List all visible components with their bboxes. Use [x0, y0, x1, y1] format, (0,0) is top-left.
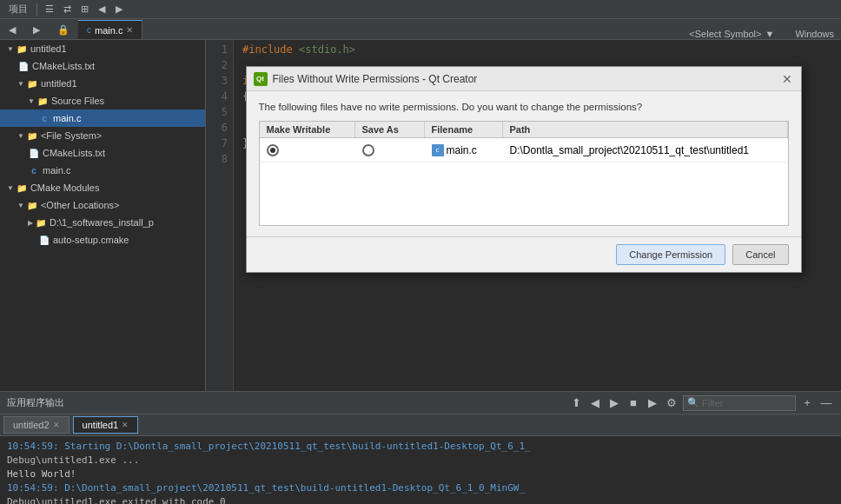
- sidebar-label-untitled1-root: untitled1: [30, 43, 67, 54]
- c-file-icon: c: [38, 112, 50, 124]
- sidebar-label-cmake-modules: CMake Modules: [30, 182, 99, 193]
- c-file-icon-2: c: [28, 164, 40, 176]
- table-row: c main.c D:\Dontla_small_project\2021051…: [260, 138, 788, 162]
- project-label: 项目: [5, 3, 31, 16]
- header-save-as: Save As: [355, 122, 425, 137]
- path-value: D:\Dontla_small_project\20210511_qt_test…: [510, 144, 750, 156]
- dialog-qt-icon: Qt: [254, 72, 268, 86]
- dialog-table-body: c main.c D:\Dontla_small_project\2021051…: [260, 138, 788, 225]
- cell-path: D:\Dontla_small_project\20210511_qt_test…: [503, 143, 788, 158]
- chevron-down-icon[interactable]: ▼: [765, 29, 774, 39]
- windows-label: Windows: [795, 29, 834, 39]
- dialog-table-header: Make Writable Save As Filename Path: [260, 122, 788, 138]
- sidebar-label-main-c: main.c: [53, 113, 81, 123]
- cell-save-as[interactable]: [355, 143, 425, 158]
- source-folder-icon: 📁: [36, 95, 49, 107]
- arrow-down-icon-3: ▼: [28, 97, 35, 105]
- link-icon[interactable]: ⇄: [60, 3, 74, 17]
- header-make-writable: Make Writable: [260, 122, 355, 137]
- dialog-file-table: Make Writable Save As Filename Path: [259, 121, 789, 226]
- toolbar-divider-1: [36, 3, 37, 16]
- cancel-button[interactable]: Cancel: [732, 244, 788, 265]
- dialog-message: The following files have no write permis…: [259, 102, 789, 112]
- bottom-tab-untitled2[interactable]: untitled2 ✕: [3, 416, 70, 434]
- arrow-right-icon[interactable]: ▶: [112, 3, 126, 17]
- arrow-down-icon-2: ▼: [17, 80, 24, 88]
- arrow-down-icon-4: ▼: [17, 132, 24, 140]
- bottom-tab-untitled1[interactable]: untitled1 ✕: [73, 416, 139, 434]
- arrow-down-icon-6: ▼: [17, 202, 24, 209]
- sidebar-label-source-files: Source Files: [51, 96, 104, 106]
- arrow-down-icon-5: ▼: [7, 184, 14, 192]
- filename-value: main.c: [447, 144, 477, 156]
- folder-icon-1: 📁: [26, 77, 38, 90]
- sidebar-label-main-c-fs: main.c: [43, 165, 70, 176]
- sidebar-item-cmakelists-root[interactable]: 📄 CMakeLists.txt: [0, 57, 205, 75]
- tab-bar: ◀ ▶ 🔒 c main.c ✕ <Select Symbol> ▼ Windo…: [0, 19, 841, 40]
- sidebar-label-auto-setup: auto-setup.cmake: [53, 235, 129, 245]
- radio-make-writable[interactable]: [267, 144, 279, 156]
- sidebar-item-d-drive[interactable]: ▶ 📁 D:\1_softwares_install_p: [0, 214, 205, 231]
- sidebar-item-untitled1-root[interactable]: ▼ 📁 untitled1: [0, 40, 205, 57]
- dialog-close-button[interactable]: ✕: [780, 72, 794, 86]
- filesystem-icon: 📁: [26, 129, 38, 142]
- dialog-body: The following files have no write permis…: [247, 91, 801, 236]
- file-c-icon: c: [432, 144, 444, 156]
- sidebar-label-d-drive: D:\1_softwares_install_p: [50, 217, 154, 228]
- sidebar-label-untitled1-sub: untitled1: [41, 78, 77, 89]
- cmake-file-icon: 📄: [38, 234, 50, 246]
- change-permission-button[interactable]: Change Permission: [616, 244, 725, 265]
- lock-icon: 🔒: [49, 20, 78, 39]
- filter-icon[interactable]: ☰: [43, 3, 56, 17]
- header-path: Path: [503, 122, 788, 137]
- dialog-footer: Change Permission Cancel: [247, 236, 801, 272]
- header-filename: Filename: [425, 122, 503, 137]
- arrow-right-icon-1: ▶: [28, 219, 33, 227]
- editor-area[interactable]: 1 2 3 4 5 6 7 8 #include <stdio.h> int m…: [206, 40, 841, 504]
- sidebar-item-other-locations[interactable]: ▼ 📁 <Other Locations>: [0, 196, 205, 214]
- sidebar-item-untitled1-sub[interactable]: ▼ 📁 untitled1: [0, 75, 205, 92]
- select-symbol-area: <Select Symbol> ▼ Windows: [689, 29, 841, 39]
- sidebar-label-cmakelists-root: CMakeLists.txt: [32, 61, 95, 71]
- cell-make-writable[interactable]: [260, 143, 355, 158]
- main-c-tab[interactable]: c main.c ✕: [78, 20, 142, 39]
- cmake-icon-2: 📄: [28, 147, 40, 159]
- cmake-icon: 📄: [17, 60, 30, 72]
- arrow-left-icon[interactable]: ◀: [95, 3, 109, 17]
- bottom-panel-title: 应用程序输出: [7, 396, 64, 409]
- bottom-tab-untitled2-label: untitled2: [13, 420, 50, 430]
- cmake-modules-icon: 📁: [16, 182, 28, 194]
- sidebar-label-cmakelists-fs: CMakeLists.txt: [43, 148, 105, 158]
- grid-icon[interactable]: ⊞: [77, 3, 91, 17]
- nav-fwd-btn[interactable]: ▶: [24, 20, 49, 39]
- bottom-tab-untitled2-close[interactable]: ✕: [53, 421, 60, 429]
- sidebar-item-filesystem[interactable]: ▼ 📁 <File System>: [0, 127, 205, 144]
- project-icon: 📁: [16, 43, 28, 55]
- sidebar-item-cmake-modules[interactable]: ▼ 📁 CMake Modules: [0, 179, 205, 196]
- dialog-title-text: Files Without Write Permissions - Qt Cre…: [273, 73, 775, 85]
- sidebar-label-filesystem: <File System>: [41, 130, 102, 141]
- tab-close-icon[interactable]: ✕: [126, 25, 133, 35]
- sidebar-item-main-c-fs[interactable]: c main.c: [0, 162, 205, 179]
- arrow-down-icon: ▼: [7, 45, 14, 53]
- sidebar-label-other-locations: <Other Locations>: [41, 200, 120, 210]
- dialog-backdrop: Qt Files Without Write Permissions - Qt …: [206, 40, 841, 504]
- bottom-tab-untitled1-label: untitled1: [83, 420, 119, 430]
- sidebar-item-main-c[interactable]: c main.c: [0, 109, 205, 127]
- top-toolbar: 项目 ☰ ⇄ ⊞ ◀ ▶: [0, 0, 841, 19]
- bottom-tab-untitled1-close[interactable]: ✕: [122, 421, 129, 429]
- d-drive-icon: 📁: [35, 216, 47, 229]
- other-locations-icon: 📁: [26, 199, 38, 211]
- dialog-files-write-permissions: Qt Files Without Write Permissions - Qt …: [246, 66, 802, 273]
- sidebar-item-source-files[interactable]: ▼ 📁 Source Files: [0, 92, 205, 109]
- nav-back-btn[interactable]: ◀: [0, 20, 24, 39]
- cell-filename: c main.c: [425, 143, 503, 158]
- main-c-tab-label: main.c: [95, 25, 123, 36]
- sidebar-item-cmakelists-fs[interactable]: 📄 CMakeLists.txt: [0, 144, 205, 162]
- dialog-titlebar: Qt Files Without Write Permissions - Qt …: [247, 67, 801, 91]
- sidebar-item-auto-setup[interactable]: 📄 auto-setup.cmake: [0, 231, 205, 249]
- radio-save-as[interactable]: [362, 144, 374, 156]
- select-symbol-label: <Select Symbol>: [689, 29, 761, 39]
